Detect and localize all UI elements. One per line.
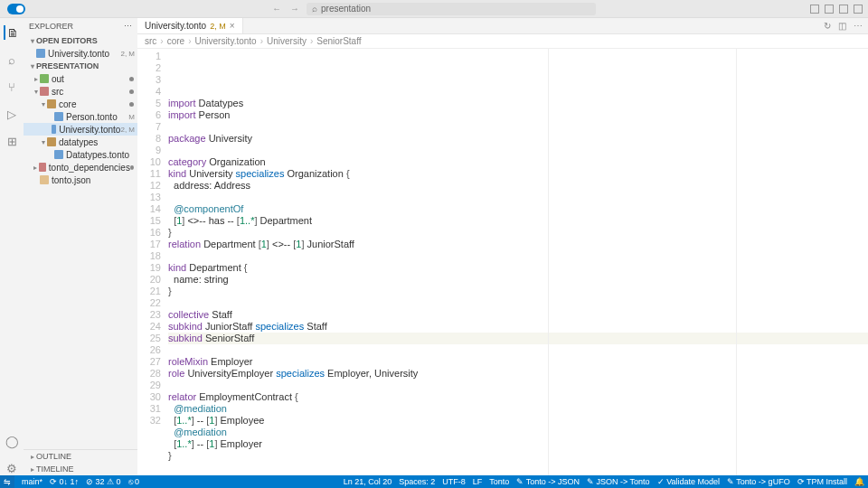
window-controls[interactable] <box>7 4 25 14</box>
run-icon[interactable]: ↻ <box>824 21 831 31</box>
breadcrumbs[interactable]: src›core›University.tonto›University›Sen… <box>137 34 868 49</box>
account-icon[interactable]: ◯ <box>5 434 19 448</box>
remote-indicator[interactable]: ⇋ <box>0 475 14 488</box>
status-item[interactable]: ✎ Tonto -> gUFO <box>727 477 790 486</box>
command-center-search[interactable]: ⌕ presentation <box>307 3 596 15</box>
status-item[interactable]: LF <box>473 477 483 486</box>
breadcrumb-item[interactable]: SeniorStaff <box>316 36 361 46</box>
search-icon: ⌕ <box>312 4 317 14</box>
code-area[interactable]: import Datatypesimport Personpackage Uni… <box>168 49 868 475</box>
folder-item[interactable]: ▸tonto_dependencies <box>24 161 137 174</box>
status-item[interactable]: ✎ Tonto -> JSON <box>516 477 580 486</box>
sidebar: EXPLORER ⋯ ▾OPEN EDITORS University.tont… <box>24 18 137 475</box>
editor-group: University.tonto 2, M × ↻ ◫ ⋯ src›core›U… <box>137 18 868 475</box>
editor[interactable]: 1234567891011121314151617181920212223242… <box>137 49 868 475</box>
run-debug-icon[interactable]: ▷ <box>5 107 19 121</box>
timeline-section[interactable]: ▸TIMELINE <box>24 463 137 475</box>
status-item[interactable]: 🔔 <box>854 477 864 486</box>
settings-gear-icon[interactable]: ⚙ <box>5 461 19 475</box>
status-item[interactable]: main* <box>22 477 42 486</box>
folder-item[interactable]: ▸out <box>24 72 137 85</box>
breadcrumb-item[interactable]: src <box>145 36 156 46</box>
search-placeholder: presentation <box>321 4 371 14</box>
status-item[interactable]: ⎋ 0 <box>128 477 140 486</box>
nav-forward-icon[interactable]: → <box>290 4 299 14</box>
tab-university[interactable]: University.tonto 2, M × <box>137 18 243 33</box>
folder-item[interactable]: ▾src <box>24 85 137 98</box>
sidebar-more-icon[interactable]: ⋯ <box>124 22 132 31</box>
folder-item[interactable]: ▾core <box>24 98 137 110</box>
source-control-icon[interactable]: ⑂ <box>5 80 19 94</box>
breadcrumb-item[interactable]: core <box>167 36 184 46</box>
activity-bar: 🗎 ⌕ ⑂ ▷ ⊞ ◯ ⚙ <box>0 18 24 475</box>
file-item[interactable]: Datatypes.tonto <box>24 148 137 161</box>
status-item[interactable]: Spaces: 2 <box>399 477 435 486</box>
close-icon[interactable]: × <box>230 21 235 31</box>
status-item[interactable]: Ln 21, Col 20 <box>344 477 392 486</box>
open-editors-section[interactable]: ▾OPEN EDITORS <box>24 34 137 47</box>
status-item[interactable]: UTF-8 <box>442 477 466 486</box>
status-item[interactable]: ✓ Validate Model <box>657 477 720 486</box>
layout-left-icon[interactable] <box>810 5 819 14</box>
status-item[interactable]: ⟳ 0↓ 1↑ <box>50 477 79 486</box>
layout-right-icon[interactable] <box>839 5 848 14</box>
breadcrumb-item[interactable]: University.tonto <box>194 36 256 46</box>
open-editor-item[interactable]: University.tonto2, M <box>24 47 137 60</box>
status-item[interactable]: ⊘ 32 ⚠ 0 <box>86 477 121 486</box>
status-item[interactable]: ⟳ TPM Install <box>797 477 847 486</box>
tabs: University.tonto 2, M × ↻ ◫ ⋯ <box>137 18 868 34</box>
sidebar-title: EXPLORER <box>29 22 73 31</box>
status-bar: ⇋ main*⟳ 0↓ 1↑⊘ 32 ⚠ 0⎋ 0 Ln 21, Col 20S… <box>0 475 868 488</box>
status-item[interactable]: ✎ JSON -> Tonto <box>587 477 650 486</box>
folder-item[interactable]: ▾datatypes <box>24 136 137 148</box>
layout-bottom-icon[interactable] <box>825 5 834 14</box>
title-bar: ← → ⌕ presentation <box>0 0 868 18</box>
status-item[interactable]: Tonto <box>489 477 509 486</box>
nav-back-icon[interactable]: ← <box>272 4 281 14</box>
file-item[interactable]: University.tonto2, M <box>24 123 137 136</box>
split-icon[interactable]: ◫ <box>838 21 846 31</box>
explorer-icon[interactable]: 🗎 <box>4 25 18 40</box>
search-activity-icon[interactable]: ⌕ <box>5 52 19 67</box>
outline-section[interactable]: ▸OUTLINE <box>24 450 137 463</box>
file-item[interactable]: tonto.json <box>24 174 137 186</box>
breadcrumb-item[interactable]: University <box>267 36 307 46</box>
file-item[interactable]: Person.tontoM <box>24 110 137 123</box>
extensions-icon[interactable]: ⊞ <box>5 134 19 148</box>
layout-full-icon[interactable] <box>854 5 863 14</box>
project-section[interactable]: ▾PRESENTATION <box>24 60 137 72</box>
more-icon[interactable]: ⋯ <box>854 21 863 31</box>
line-gutter: 1234567891011121314151617181920212223242… <box>137 49 168 475</box>
